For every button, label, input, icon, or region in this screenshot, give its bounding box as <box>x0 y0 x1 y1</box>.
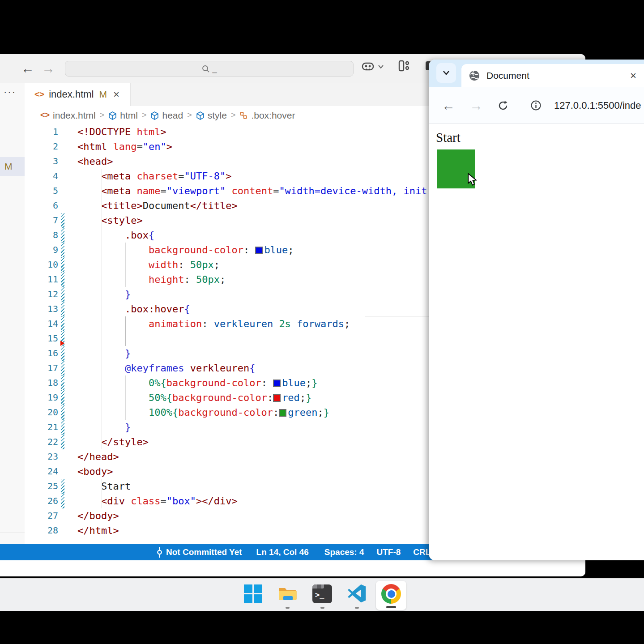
git-modified-gutter <box>58 316 77 331</box>
code-text: .box{ <box>77 228 154 243</box>
git-modified-gutter <box>58 287 77 302</box>
line-number: 22 <box>25 435 58 449</box>
running-indicator <box>286 607 290 609</box>
encoding-status[interactable]: UTF-8 <box>377 547 401 557</box>
gutter <box>58 449 77 464</box>
mouse-cursor-icon <box>467 173 478 186</box>
gutter <box>58 169 77 183</box>
gutter <box>58 523 77 538</box>
code-text: animation: verkleuren 2s forwards; <box>77 316 350 331</box>
explorer-selected-file[interactable]: M <box>0 157 25 176</box>
line-number: 28 <box>25 523 58 538</box>
page-text-start: Start <box>436 130 461 145</box>
cube-icon <box>196 111 205 120</box>
line-number: 5 <box>25 183 58 198</box>
copilot-icon[interactable] <box>361 60 384 73</box>
terminal-button[interactable]: >_ <box>312 584 332 603</box>
folder-icon <box>277 584 297 603</box>
breadcrumb-item-head[interactable]: head <box>150 110 183 121</box>
vscode-taskbar-button[interactable] <box>347 584 367 603</box>
breadcrumb-label: index.html <box>53 110 96 121</box>
chevron-down-icon <box>378 64 384 69</box>
breadcrumb-label: html <box>120 110 138 121</box>
commit-icon <box>156 547 163 558</box>
line-number: 13 <box>25 302 58 316</box>
browser-tab-document[interactable]: Document × <box>461 64 644 87</box>
running-indicator <box>320 607 324 609</box>
git-modified-gutter <box>58 243 77 257</box>
editor-layout-icon[interactable] <box>397 60 411 74</box>
tab-search-chevron-button[interactable] <box>436 63 456 83</box>
git-modified-gutter <box>58 213 77 228</box>
search-caret: _ <box>212 64 217 73</box>
code-text: <html lang="en"> <box>77 139 172 154</box>
gutter-red-marker-icon[interactable] <box>60 341 64 346</box>
line-number: 15 <box>25 331 58 346</box>
chevron-down-icon <box>442 70 450 76</box>
breadcrumb-item--box-hover[interactable]: .box:hover <box>239 110 295 121</box>
line-number: 12 <box>25 287 58 302</box>
code-text: <body> <box>77 464 113 479</box>
cursor-position-status[interactable]: Ln 14, Col 46 <box>256 547 309 558</box>
gutter <box>58 198 77 213</box>
color-swatch-icon <box>273 380 281 387</box>
git-modified-gutter <box>58 346 77 361</box>
line-number: 6 <box>25 198 58 213</box>
sidebar-section-divider <box>0 533 25 533</box>
history-forward-button[interactable]: → <box>39 60 57 77</box>
chrome-taskbar-button-active[interactable] <box>376 581 406 610</box>
tab-index-html[interactable]: <> index.html M × <box>25 83 131 106</box>
history-back-button[interactable]: ← <box>19 60 37 77</box>
gutter <box>58 183 77 198</box>
browser-tab-strip: Document × <box>429 60 644 87</box>
browser-refresh-icon[interactable] <box>497 87 509 124</box>
line-number: 27 <box>25 508 58 523</box>
git-modified-gutter <box>58 420 77 435</box>
breadcrumb-item-style[interactable]: style <box>196 110 227 121</box>
breadcrumb-item-html[interactable]: html <box>108 110 138 121</box>
tab-modified-badge: M <box>99 89 107 100</box>
git-modified-gutter <box>58 272 77 287</box>
address-bar-url[interactable]: 127.0.0.1:5500/inde <box>554 87 641 124</box>
code-text: 50%{background-color:red;} <box>77 390 311 405</box>
site-info-icon[interactable] <box>530 87 542 124</box>
line-number: 25 <box>25 479 58 494</box>
source-control-status[interactable]: Not Committed Yet <box>156 547 242 558</box>
browser-forward-icon[interactable]: → <box>469 87 483 124</box>
code-text: <!DOCTYPE html> <box>77 124 166 139</box>
git-modified-gutter <box>58 479 77 494</box>
command-center-search[interactable]: _ <box>65 61 354 77</box>
tab-close-icon[interactable]: × <box>113 90 119 99</box>
gutter <box>58 124 77 139</box>
line-number: 1 <box>25 124 58 139</box>
code-text: height: 50px; <box>77 272 226 287</box>
line-number: 17 <box>25 361 58 375</box>
git-modified-gutter <box>58 435 77 449</box>
line-number: 2 <box>25 139 58 154</box>
start-button[interactable] <box>243 584 263 603</box>
breadcrumb-item-index-html[interactable]: <>index.html <box>40 110 96 121</box>
html-file-icon: <> <box>34 90 44 99</box>
indent-guide <box>102 169 102 449</box>
git-modified-gutter <box>58 375 77 390</box>
breadcrumb-label: style <box>208 110 227 121</box>
code-text: width: 50px; <box>77 257 220 272</box>
code-text: Start <box>77 479 131 494</box>
cube-icon <box>108 111 117 120</box>
git-modified-gutter <box>58 257 77 272</box>
line-number: 19 <box>25 390 58 405</box>
vscode-logo-icon <box>347 584 367 603</box>
gutter <box>58 508 77 523</box>
file-explorer-button[interactable] <box>277 584 297 603</box>
git-modified-badge: M <box>4 161 13 172</box>
breadcrumb-separator: > <box>142 111 147 120</box>
indentation-status[interactable]: Spaces: 4 <box>324 547 364 557</box>
sidebar-more-actions-icon[interactable]: ··· <box>4 86 16 98</box>
browser-back-icon[interactable]: ← <box>442 87 455 124</box>
line-number: 21 <box>25 420 58 435</box>
code-icon: <> <box>40 111 50 120</box>
line-number: 11 <box>25 272 58 287</box>
browser-tab-title: Document <box>486 70 529 81</box>
tab-close-icon[interactable]: × <box>630 69 636 82</box>
code-text: </style> <box>77 435 149 449</box>
